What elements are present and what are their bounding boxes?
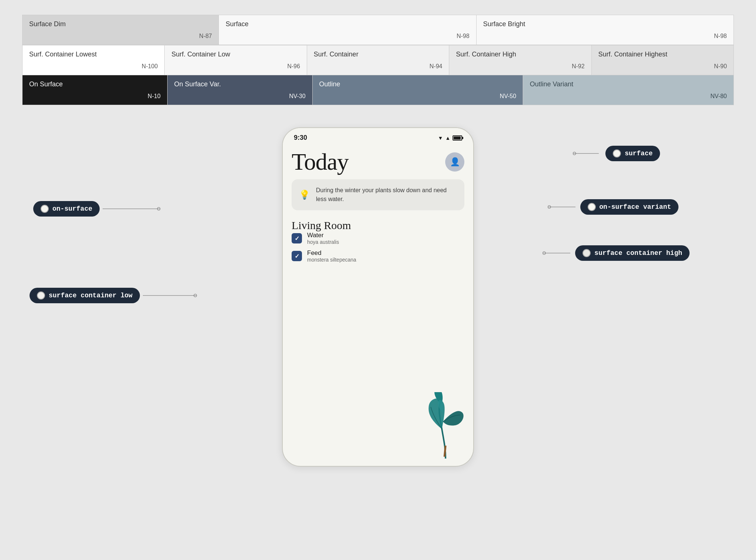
palette-cell-highest: Surf. Container Highest N-90: [592, 45, 733, 75]
palette-cell-high: Surf. Container High N-92: [449, 45, 591, 75]
wifi-icon: [438, 135, 443, 141]
avatar-icon: 👤: [450, 157, 460, 167]
palette-cell-outline-variant: Outline Variant NV-80: [523, 75, 733, 105]
palette-row-3: On Surface N-10 On Surface Var. NV-30 Ou…: [22, 75, 734, 105]
task-item-feed: Feed monstera siltepecana: [292, 249, 464, 263]
phone-header-row: Today 👤: [292, 148, 464, 176]
cell-name-high: Surf. Container High: [456, 51, 584, 58]
hint-card: 💡 During the winter your plants slow dow…: [292, 179, 464, 210]
cell-value-surface-dim: N-87: [29, 33, 212, 39]
palette-cell-on-surface-var: On Surface Var. NV-30: [168, 75, 313, 105]
connector-line-surface-container-high: [543, 249, 572, 257]
lightbulb-icon: 💡: [299, 190, 310, 200]
label-surface-container-high: surface container high: [594, 249, 682, 257]
badge-surface: surface: [605, 146, 660, 161]
badge-on-surface-variant: on-surface variant: [580, 199, 678, 215]
cell-name-surface: Surface: [226, 20, 469, 28]
cell-name-lowest: Surf. Container Lowest: [29, 51, 158, 58]
phone-time: 9:30: [294, 134, 307, 142]
cell-name-on-surface-var: On Surface Var.: [174, 80, 306, 88]
cell-name-highest: Surf. Container Highest: [598, 51, 727, 58]
cell-value-on-surface: N-10: [29, 93, 161, 100]
task-checkbox-feed[interactable]: [292, 251, 302, 261]
cell-value-outline: NV-50: [319, 93, 516, 100]
cell-value-container: N-94: [314, 63, 442, 70]
dot-on-surface: [41, 205, 49, 213]
palette-row-2: Surf. Container Lowest N-100 Surf. Conta…: [22, 45, 734, 75]
plant-illustration: [422, 392, 470, 459]
palette-cell-outline: Outline NV-50: [313, 75, 523, 105]
palette-cell-low: Surf. Container Low N-96: [165, 45, 307, 75]
connector-line-on-surface: [103, 205, 162, 212]
palette-section: Surface Dim N-87 Surface N-98 Surface Br…: [22, 15, 734, 105]
palette-cell-surface-bright: Surface Bright N-98: [477, 15, 733, 45]
cell-value-highest: N-90: [598, 63, 727, 70]
cell-name-container: Surf. Container: [314, 51, 442, 58]
cell-name-outline-variant: Outline Variant: [530, 80, 727, 88]
cell-value-surface-bright: N-98: [483, 33, 727, 39]
label-surface-container-low: surface container low: [49, 292, 133, 299]
cell-name-outline: Outline: [319, 80, 516, 88]
signal-icon: [445, 135, 450, 141]
annotation-surface-container-low: surface container low: [30, 288, 198, 303]
phone-status-bar: 9:30: [283, 128, 473, 145]
cell-value-surface: N-98: [226, 33, 469, 39]
annotation-on-surface: on-surface: [33, 201, 162, 217]
connector-line-surface-container-low: [143, 292, 198, 299]
dot-surface-container-high: [583, 249, 591, 257]
cell-value-outline-variant: NV-80: [530, 93, 727, 100]
cell-name-surface-bright: Surface Bright: [483, 20, 727, 28]
cell-value-high: N-92: [456, 63, 584, 70]
cell-name-surface-dim: Surface Dim: [29, 20, 212, 28]
palette-cell-lowest: Surf. Container Lowest N-100: [23, 45, 165, 75]
label-on-surface-variant: on-surface variant: [599, 203, 671, 211]
connector-line-on-surface-variant: [548, 203, 577, 211]
task-sub-water: hoya australis: [307, 239, 339, 245]
task-info-water: Water hoya australis: [307, 232, 339, 245]
dot-on-surface-variant: [588, 203, 596, 211]
palette-cell-on-surface: On Surface N-10: [23, 75, 168, 105]
hint-text: During the winter your plants slow down …: [316, 186, 457, 204]
today-title: Today: [292, 148, 348, 176]
task-name-water: Water: [307, 232, 339, 239]
palette-cell-surface: Surface N-98: [219, 15, 476, 45]
annotation-surface: surface: [573, 146, 660, 161]
task-item-water: Water hoya australis: [292, 232, 464, 245]
palette-cell-container: Surf. Container N-94: [307, 45, 449, 75]
badge-surface-container-high: surface container high: [575, 245, 690, 261]
annotation-on-surface-variant: on-surface variant: [548, 199, 678, 215]
task-sub-feed: monstera siltepecana: [307, 257, 356, 263]
dot-surface-container-low: [37, 291, 45, 300]
annotation-surface-container-high: surface container high: [543, 245, 690, 261]
cell-value-lowest: N-100: [29, 63, 158, 70]
label-on-surface: on-surface: [52, 205, 92, 212]
phone-mockup: 9:30 Today 👤 💡 During the winter: [282, 127, 474, 467]
cell-value-on-surface-var: NV-30: [174, 93, 306, 100]
palette-cell-surface-dim: Surface Dim N-87: [23, 15, 219, 45]
task-checkbox-water[interactable]: [292, 233, 302, 243]
phone-content: Today 👤 💡 During the winter your plants …: [283, 145, 473, 272]
palette-row-1: Surface Dim N-87 Surface N-98 Surface Br…: [22, 15, 734, 45]
section-title: Living Room: [292, 219, 351, 231]
badge-surface-container-low: surface container low: [30, 288, 140, 303]
task-list: Water hoya australis Feed monstera silte…: [292, 232, 464, 263]
cell-name-on-surface: On Surface: [29, 80, 161, 88]
task-name-feed: Feed: [307, 249, 356, 257]
connector-line-surface: [573, 150, 602, 157]
dot-surface: [613, 149, 621, 158]
label-surface: surface: [625, 150, 653, 157]
avatar-button[interactable]: 👤: [445, 152, 464, 172]
task-info-feed: Feed monstera siltepecana: [307, 249, 356, 263]
battery-icon: [453, 135, 462, 141]
badge-on-surface: on-surface: [33, 201, 100, 217]
phone-status-icons: [438, 135, 462, 141]
cell-value-low: N-96: [171, 63, 300, 70]
demo-area: 9:30 Today 👤 💡 During the winter: [22, 127, 734, 467]
cell-name-low: Surf. Container Low: [171, 51, 300, 58]
